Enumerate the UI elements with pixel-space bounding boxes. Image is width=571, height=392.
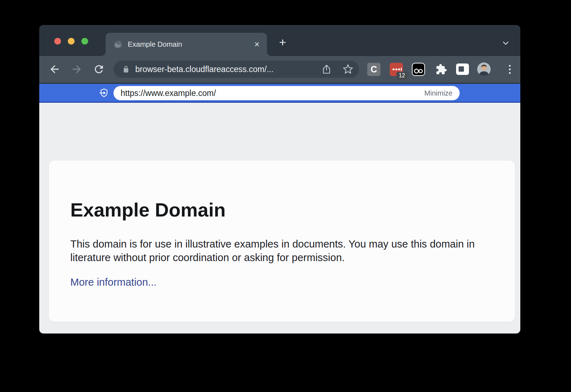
- omnibox[interactable]: browser-beta.cloudflareaccess.com/...: [113, 61, 359, 78]
- extension-badge: 12: [396, 72, 407, 80]
- outer-url-text: browser-beta.cloudflareaccess.com/...: [135, 65, 321, 74]
- extension-c-icon[interactable]: C: [367, 63, 380, 76]
- titlebar: Example Domain ✕ +: [39, 25, 520, 56]
- back-button[interactable]: [49, 63, 61, 75]
- back-arrow-icon: [49, 63, 61, 75]
- lock-icon: [122, 65, 130, 73]
- reload-icon: [93, 63, 105, 75]
- isolated-url-text: https://www.example.com/: [121, 88, 424, 98]
- two-circles-extension-icon[interactable]: [412, 63, 425, 76]
- password-manager-extension-icon[interactable]: 12: [390, 63, 403, 76]
- browser-window: Example Domain ✕ + bro: [39, 25, 520, 334]
- new-tab-button[interactable]: +: [273, 33, 292, 51]
- browser-menu-button[interactable]: [504, 64, 515, 75]
- extension-c-letter: C: [370, 64, 377, 75]
- menu-dot: [509, 65, 511, 67]
- side-panel-hole: [459, 66, 464, 72]
- chevron-down-icon[interactable]: [501, 39, 510, 48]
- menu-dot: [509, 68, 511, 70]
- share-icon[interactable]: [321, 64, 332, 75]
- more-information-link[interactable]: More information...: [70, 276, 157, 288]
- minimize-isolation-button[interactable]: Minimize: [424, 89, 453, 97]
- toolbar: browser-beta.cloudflareaccess.com/... C: [39, 56, 520, 83]
- menu-dot: [509, 72, 511, 74]
- avatar-photo: [477, 62, 491, 76]
- tab-close-icon[interactable]: ✕: [254, 40, 260, 49]
- reload-button[interactable]: [93, 63, 105, 75]
- extensions-menu-button[interactable]: [435, 63, 448, 76]
- example-domain-card: Example Domain This domain is for use in…: [49, 161, 515, 322]
- puzzle-icon: [435, 63, 447, 75]
- tab-example-domain[interactable]: Example Domain ✕: [106, 33, 267, 56]
- side-panel-extension-icon[interactable]: [456, 63, 469, 75]
- two-circles-glyph: [413, 63, 424, 75]
- close-window-button[interactable]: [54, 38, 61, 45]
- forward-arrow-icon: [71, 63, 83, 75]
- isolation-bar: https://www.example.com/ Minimize: [39, 83, 520, 103]
- profile-avatar[interactable]: [477, 62, 491, 76]
- tab-title: Example Domain: [128, 40, 254, 49]
- bookmark-star-icon[interactable]: [343, 64, 353, 75]
- page-viewport: Example Domain This domain is for use in…: [39, 103, 520, 334]
- isolated-url-bar[interactable]: https://www.example.com/ Minimize: [113, 86, 460, 100]
- zoom-window-button[interactable]: [81, 38, 88, 45]
- globe-icon: [113, 40, 123, 49]
- page-title: Example Domain: [70, 198, 494, 222]
- minimize-window-button[interactable]: [68, 38, 75, 45]
- shield-arrow-icon: [99, 88, 109, 98]
- page-body-text: This domain is for use in illustrative e…: [70, 237, 482, 264]
- forward-button[interactable]: [71, 63, 83, 75]
